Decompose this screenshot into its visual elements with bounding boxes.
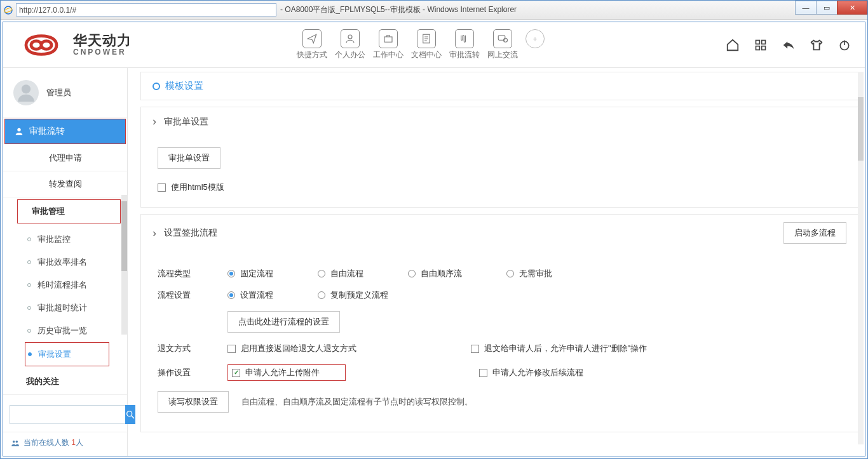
send-icon	[306, 33, 318, 44]
btn-rw-perm[interactable]: 读写权限设置	[158, 391, 229, 413]
avatar	[13, 80, 39, 105]
label-op: 操作设置	[158, 367, 227, 378]
sidebar-search-input[interactable]	[10, 405, 125, 424]
topnav-personal[interactable]: 个人办公	[335, 29, 365, 60]
top-nav: 快捷方式 个人办公 工作中心 文档中心 审批流转 网上交流 ＋	[297, 29, 545, 60]
app-header: 华天动力 CNPOWER 快捷方式 个人办公 工作中心 文档中心 审批流转 网上…	[3, 22, 865, 68]
sidebar-item-forward[interactable]: 转发查阅	[3, 171, 127, 197]
logo-mark-icon	[16, 32, 67, 58]
sidebar-sub-settings[interactable]: 审批设置	[25, 342, 109, 366]
sidebar-sub-monitor[interactable]: 审批监控	[25, 228, 127, 251]
label-reject: 退文方式	[158, 343, 227, 354]
user-small-icon	[14, 126, 24, 136]
home-icon[interactable]	[725, 37, 740, 53]
btn-multi-flow[interactable]: 启动多流程	[783, 222, 846, 244]
sidebar-section-approval[interactable]: 审批流转	[4, 119, 126, 144]
sidebar-item-proxy[interactable]: 代理申请	[3, 145, 127, 171]
topnav-quick[interactable]: 快捷方式	[297, 29, 327, 60]
sidebar-search	[3, 397, 127, 432]
maximize-button[interactable]: ▭	[816, 1, 837, 15]
topnav-doc[interactable]: 文档中心	[411, 29, 442, 60]
chat-icon	[497, 33, 508, 44]
url-text: http://127.0.0.1/#	[19, 6, 76, 15]
topnav-work[interactable]: 工作中心	[373, 29, 403, 60]
shirt-icon[interactable]	[809, 37, 824, 53]
sidebar-sub-efficiency[interactable]: 审批效率排名	[25, 251, 127, 274]
radio-copy-flow[interactable]: 复制预定义流程	[318, 289, 388, 301]
sidebar-sub-history[interactable]: 历史审批一览	[25, 319, 127, 342]
user-box: 管理员	[3, 68, 127, 117]
sidebar: 管理员 审批流转 代理申请 转发查阅 审批管理 审批监控 审批效率排名 耗时流程…	[3, 68, 128, 456]
sidebar-sub-timeout[interactable]: 审批超时统计	[25, 296, 127, 319]
flow-icon	[459, 33, 470, 44]
rw-note: 自由流程、自由顺序流及固定流程有子节点时的读写权限控制。	[241, 396, 473, 408]
highlight-upload-attachment: 申请人允许上传附件	[227, 364, 346, 381]
user-icon	[344, 33, 356, 44]
svg-point-14	[17, 128, 20, 131]
user-name: 管理员	[46, 87, 71, 98]
chk-modify-flow[interactable]: 申请人允许修改后续流程	[479, 367, 583, 378]
panel-form-settings: 审批单设置 审批单设置 使用html5模版	[140, 107, 858, 208]
address-bar[interactable]: http://127.0.0.1/#	[16, 3, 276, 17]
panel-template-settings: 模板设置	[140, 72, 858, 100]
brand-sub: CNPOWER	[73, 48, 132, 57]
plus-icon: ＋	[526, 29, 545, 48]
svg-point-2	[348, 35, 352, 39]
svg-point-18	[16, 440, 18, 442]
radio-free[interactable]: 自由流程	[318, 268, 363, 279]
topnav-approval[interactable]: 审批流转	[449, 29, 480, 60]
svg-point-13	[22, 84, 31, 93]
label-flow-setting: 流程设置	[158, 289, 227, 301]
users-icon	[11, 439, 20, 448]
btn-form-settings[interactable]: 审批单设置	[158, 147, 220, 169]
svg-rect-9	[756, 46, 760, 50]
grid-icon[interactable]	[753, 37, 768, 53]
radio-fixed[interactable]: 固定流程	[227, 268, 273, 279]
sidebar-group-manage[interactable]: 审批管理	[17, 199, 121, 223]
svg-rect-7	[756, 40, 760, 44]
document-icon	[421, 33, 432, 44]
svg-rect-8	[762, 40, 766, 44]
reply-icon[interactable]	[781, 37, 796, 53]
brand-name: 华天动力	[73, 34, 132, 48]
bullet-icon	[153, 83, 160, 90]
chevron-icon	[153, 227, 159, 240]
chk-upload-attachment[interactable]	[232, 369, 240, 377]
chk-reject-delete[interactable]: 退文给申请人后，允许申请人进行"删除"操作	[471, 343, 647, 354]
radio-none[interactable]: 无需审批	[506, 268, 552, 279]
window-title: - OA8000平台版_FPLMYSQL5--审批模板 - Windows In…	[280, 4, 517, 15]
main-scrollbar[interactable]	[858, 72, 864, 444]
sidebar-scrollbar[interactable]	[121, 195, 127, 335]
ie-icon	[3, 5, 13, 15]
close-button[interactable]: ✕	[837, 1, 867, 15]
minimize-button[interactable]: —	[795, 1, 817, 15]
topnav-chat[interactable]: 网上交流	[487, 29, 518, 60]
svg-rect-3	[384, 37, 392, 42]
topnav-add[interactable]: ＋	[526, 29, 545, 60]
online-status: 当前在线人数 1人	[3, 432, 127, 456]
brand-logo: 华天动力 CNPOWER	[16, 32, 132, 58]
panel-signflow: 设置签批流程 启动多流程 流程类型 固定流程 自由流程 自由顺序流 无需审批	[140, 214, 858, 432]
briefcase-icon	[383, 33, 394, 44]
sidebar-sub-time[interactable]: 耗时流程排名	[25, 274, 127, 296]
svg-point-17	[13, 440, 15, 442]
btn-click-set-flow[interactable]: 点击此处进行流程的设置	[227, 311, 340, 333]
svg-point-0	[4, 6, 12, 14]
svg-rect-10	[762, 46, 766, 50]
radio-set-flow[interactable]: 设置流程	[227, 289, 273, 301]
power-icon[interactable]	[837, 37, 852, 53]
chk-html5[interactable]	[158, 183, 166, 192]
sidebar-my-follow[interactable]: 我的关注	[3, 369, 127, 395]
chevron-icon	[153, 115, 159, 128]
chk-reject-direct[interactable]: 启用直接返回给退文人退文方式	[227, 343, 356, 354]
label-flow-type: 流程类型	[158, 268, 227, 279]
browser-titlebar: http://127.0.0.1/# - OA8000平台版_FPLMYSQL5…	[1, 1, 867, 20]
radio-freeseq[interactable]: 自由顺序流	[408, 268, 462, 279]
main-content: 模板设置 审批单设置 审批单设置 使用html5模版 设置签批流程	[128, 68, 865, 456]
